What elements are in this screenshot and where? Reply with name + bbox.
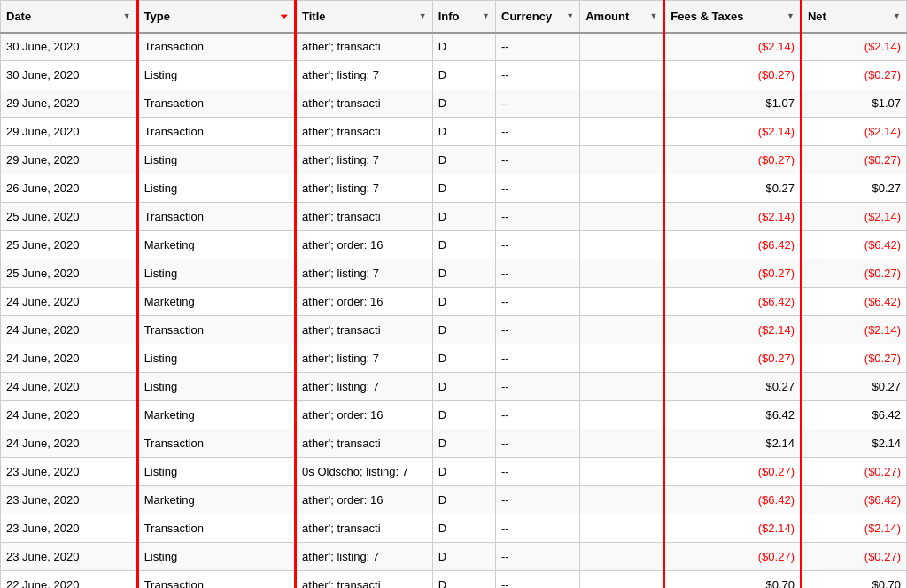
column-header-date[interactable]: Date ▼ [1, 1, 138, 33]
cell-amount [580, 514, 664, 543]
cell-type: Marketing [137, 486, 295, 514]
cell-fees: ($2.14) [664, 316, 802, 344]
cell-type: Marketing [137, 231, 295, 259]
cell-type: Transaction [137, 316, 295, 344]
cell-title: ather'; listing: 7 [296, 61, 433, 89]
cell-fees: $0.27 [664, 373, 802, 401]
cell-amount [580, 118, 664, 146]
cell-date: 26 June, 2020 [1, 174, 138, 203]
cell-title: ather'; order: 16 [296, 486, 433, 514]
cell-date: 25 June, 2020 [1, 231, 138, 259]
cell-type: Marketing [137, 288, 295, 316]
cell-info: D [432, 571, 495, 589]
cell-date: 30 June, 2020 [1, 61, 138, 89]
cell-title: ather'; transacti [296, 571, 433, 589]
cell-type: Marketing [137, 401, 295, 429]
cell-title: ather'; transacti [296, 429, 433, 458]
cell-net: ($0.27) [801, 543, 906, 571]
cell-type: Listing [137, 543, 295, 571]
cell-title: ather'; listing: 7 [296, 543, 433, 571]
cell-currency: -- [496, 174, 580, 203]
table-row: 24 June, 2020Listingather'; listing: 7D-… [1, 344, 907, 373]
column-label-fees: Fees & Taxes [671, 10, 743, 23]
cell-net: ($0.27) [801, 146, 906, 174]
cell-info: D [432, 429, 495, 458]
filter-dropdown-currency[interactable]: ▼ [566, 12, 574, 20]
filter-dropdown-net[interactable]: ▼ [893, 12, 901, 20]
cell-info: D [432, 486, 495, 514]
cell-currency: -- [496, 401, 580, 429]
table-row: 30 June, 2020Listingather'; listing: 7D-… [1, 61, 907, 89]
cell-net: ($0.27) [801, 344, 906, 373]
cell-net: ($6.42) [801, 486, 906, 514]
cell-info: D [432, 89, 495, 118]
column-header-title[interactable]: Title ▼ [296, 1, 433, 33]
cell-amount [580, 146, 664, 174]
table-row: 26 June, 2020Listingather'; listing: 7D-… [1, 174, 907, 203]
cell-info: D [432, 146, 495, 174]
table-row: 24 June, 2020Marketingather'; order: 16D… [1, 288, 907, 316]
cell-amount [580, 203, 664, 231]
cell-date: 24 June, 2020 [1, 401, 138, 429]
cell-date: 29 June, 2020 [1, 89, 138, 118]
cell-date: 24 June, 2020 [1, 429, 138, 458]
cell-date: 24 June, 2020 [1, 373, 138, 401]
cell-fees: ($0.27) [664, 344, 802, 373]
cell-type: Listing [137, 344, 295, 373]
cell-info: D [432, 118, 495, 146]
cell-currency: -- [496, 344, 580, 373]
sort-icon-type[interactable]: ⏷ [280, 12, 289, 21]
filter-dropdown-title[interactable]: ▼ [419, 12, 427, 20]
cell-amount [580, 344, 664, 373]
cell-fees: $0.70 [664, 571, 802, 589]
column-header-type[interactable]: Type⏷ [137, 1, 295, 33]
column-header-amount[interactable]: Amount ▼ [580, 1, 664, 33]
cell-type: Transaction [137, 33, 295, 61]
cell-currency: -- [496, 203, 580, 231]
cell-date: 24 June, 2020 [1, 288, 138, 316]
table-row: 25 June, 2020Listingather'; listing: 7D-… [1, 259, 907, 288]
cell-currency: -- [496, 231, 580, 259]
cell-amount [580, 429, 664, 458]
cell-type: Listing [137, 61, 295, 89]
cell-title: ather'; transacti [296, 33, 433, 61]
cell-net: ($2.14) [801, 316, 906, 344]
cell-net: $0.27 [801, 373, 906, 401]
table-row: 29 June, 2020Listingather'; listing: 7D-… [1, 146, 907, 174]
table-row: 23 June, 2020Listing0s Oldscho; listing:… [1, 458, 907, 486]
cell-amount [580, 231, 664, 259]
cell-type: Transaction [137, 571, 295, 589]
cell-amount [580, 89, 664, 118]
cell-date: 25 June, 2020 [1, 259, 138, 288]
cell-currency: -- [496, 118, 580, 146]
table-row: 24 June, 2020Marketingather'; order: 16D… [1, 401, 907, 429]
cell-date: 23 June, 2020 [1, 486, 138, 514]
cell-title: ather'; transacti [296, 118, 433, 146]
cell-fees: ($6.42) [664, 288, 802, 316]
column-label-amount: Amount [585, 10, 629, 23]
cell-title: ather'; transacti [296, 203, 433, 231]
table-row: 24 June, 2020Listingather'; listing: 7D-… [1, 373, 907, 401]
column-header-net[interactable]: Net ▼ [801, 1, 906, 33]
filter-dropdown-fees[interactable]: ▼ [787, 12, 795, 20]
cell-date: 25 June, 2020 [1, 203, 138, 231]
cell-currency: -- [496, 33, 580, 61]
cell-info: D [432, 373, 495, 401]
column-header-info[interactable]: Info ▼ [432, 1, 495, 33]
column-header-currency[interactable]: Currency ▼ [496, 1, 580, 33]
cell-net: ($2.14) [801, 33, 906, 61]
cell-info: D [432, 543, 495, 571]
column-header-fees[interactable]: Fees & Taxes ▼ [664, 1, 802, 33]
cell-info: D [432, 458, 495, 486]
cell-fees: ($2.14) [664, 118, 802, 146]
cell-fees: ($2.14) [664, 514, 802, 543]
filter-dropdown-amount[interactable]: ▼ [649, 12, 657, 20]
cell-amount [580, 458, 664, 486]
cell-title: ather'; listing: 7 [296, 259, 433, 288]
cell-date: 24 June, 2020 [1, 316, 138, 344]
table-row: 22 June, 2020Transactionather'; transact… [1, 571, 907, 589]
filter-dropdown-date[interactable]: ▼ [123, 12, 131, 20]
filter-dropdown-info[interactable]: ▼ [482, 12, 490, 20]
table-header-row: Date ▼Type⏷Title ▼Info ▼Currency ▼Amount… [1, 1, 907, 33]
column-label-title: Title [302, 10, 326, 23]
